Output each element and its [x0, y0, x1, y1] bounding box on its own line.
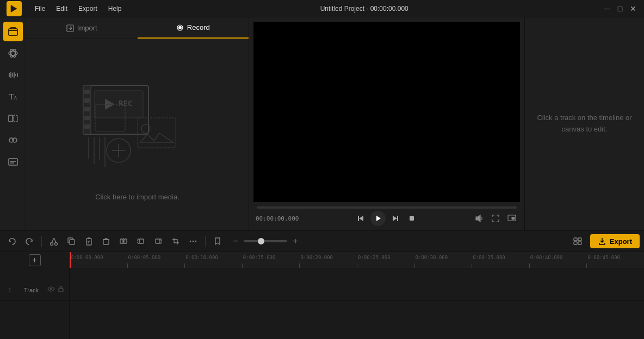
zoom-in-button[interactable]: +: [289, 235, 301, 247]
cut-button[interactable]: [46, 234, 61, 249]
svg-rect-53: [512, 217, 515, 219]
ruler-mark: 0:00:05.000: [127, 263, 128, 268]
timeline-ruler[interactable]: 0:00:00.0000:00:05.0000:00:10.0000:00:15…: [70, 252, 644, 268]
svg-rect-58: [70, 240, 75, 244]
marker-button[interactable]: [210, 234, 225, 249]
svg-rect-45: [358, 216, 359, 221]
storyboard-button[interactable]: [571, 234, 586, 249]
transport-buttons: [354, 211, 418, 226]
preview-canvas[interactable]: [253, 22, 520, 202]
menu-help[interactable]: Help: [104, 4, 126, 14]
track-lock-button[interactable]: [57, 285, 65, 294]
svg-rect-67: [139, 239, 144, 243]
media-import-area[interactable]: REC Click her: [26, 39, 249, 230]
import-graphic: REC: [78, 69, 197, 189]
zoom-out-button[interactable]: −: [230, 235, 242, 247]
svg-marker-47: [376, 216, 381, 221]
sidebar-item-transitions[interactable]: [3, 109, 23, 128]
preview-progress-bar[interactable]: [257, 206, 517, 209]
svg-marker-74: [215, 238, 220, 244]
svg-rect-15: [14, 115, 17, 122]
svg-point-17: [13, 138, 17, 142]
zoom-control: − +: [230, 235, 301, 247]
trim-left-button[interactable]: [133, 234, 148, 249]
tab-record[interactable]: Record: [138, 17, 249, 39]
zoom-slider[interactable]: [244, 240, 287, 242]
sidebar-item-text[interactable]: T A: [3, 87, 23, 106]
svg-rect-76: [578, 238, 581, 241]
redo-button[interactable]: [22, 234, 37, 249]
undo-button[interactable]: [4, 234, 20, 249]
svg-point-23: [178, 26, 182, 29]
add-track-button[interactable]: +: [29, 254, 41, 266]
delete-button[interactable]: [98, 234, 114, 249]
right-controls: [473, 212, 518, 224]
toolbar-right: Export: [571, 234, 640, 249]
sidebar-item-audio[interactable]: [3, 65, 23, 85]
menu-bar: File Edit Export Help: [30, 4, 126, 14]
time-display: 00:00:00.000: [256, 215, 299, 222]
minimize-button[interactable]: ─: [603, 4, 611, 13]
export-button[interactable]: Export: [590, 234, 640, 248]
sidebar-item-media[interactable]: [3, 22, 23, 41]
track-row-1[interactable]: [70, 279, 644, 301]
skip-forward-button[interactable]: [389, 212, 402, 225]
ruler-mark: 0:00:30.000: [414, 263, 415, 268]
app-logo: [7, 1, 22, 16]
svg-rect-77: [574, 242, 577, 244]
playhead: [70, 252, 71, 268]
svg-rect-48: [397, 216, 398, 221]
svg-marker-51: [476, 215, 480, 222]
track-icons: [47, 285, 65, 294]
svg-rect-50: [410, 216, 414, 221]
paste-button[interactable]: [81, 234, 96, 249]
fullscreen-button[interactable]: [490, 212, 501, 224]
zoom-handle: [258, 238, 264, 244]
close-button[interactable]: ✕: [629, 4, 637, 13]
ruler-mark: 0:00:35.000: [472, 263, 472, 268]
ruler-mark: 0:00:10.000: [184, 263, 185, 268]
split-button[interactable]: [116, 234, 131, 249]
svg-point-71: [190, 241, 191, 242]
sidebar-item-subtitles[interactable]: [3, 152, 23, 172]
menu-file[interactable]: File: [30, 4, 49, 14]
pip-button[interactable]: [506, 212, 518, 224]
skip-back-button[interactable]: [354, 212, 367, 225]
copy-button[interactable]: [64, 234, 79, 249]
ruler-mark: 0:00:25.000: [357, 263, 357, 268]
maximize-button[interactable]: □: [616, 4, 624, 13]
track-content: [70, 268, 644, 339]
toolbar: − + Export: [0, 230, 644, 252]
toolbar-separator-1: [41, 236, 42, 247]
svg-rect-14: [9, 115, 13, 122]
svg-marker-46: [359, 216, 363, 221]
trim-right-button[interactable]: [151, 234, 166, 249]
play-button[interactable]: [370, 211, 386, 226]
media-panel: Import Record: [26, 17, 249, 230]
timeline-header: + 0:00:00.0000:00:05.0000:00:10.0000:00:…: [0, 252, 644, 268]
ruler-mark: 0:00:40.000: [529, 263, 530, 268]
svg-rect-78: [578, 242, 581, 244]
sidebar-item-effects[interactable]: [3, 43, 23, 63]
volume-button[interactable]: [473, 212, 485, 224]
svg-rect-75: [574, 238, 577, 241]
track-content-empty: [70, 268, 644, 279]
sidebar-item-filters[interactable]: [3, 130, 23, 150]
properties-hint: Click a track on the timeline or canvas …: [536, 112, 633, 135]
stop-button[interactable]: [405, 212, 418, 225]
main-layout: T A: [0, 17, 644, 230]
window-title: Untitled Project - 00:00:00.000: [320, 5, 408, 12]
ruler-mark: 0:00:15.000: [242, 263, 243, 268]
more-tools-button[interactable]: [185, 234, 201, 249]
svg-rect-65: [124, 239, 127, 243]
menu-edit[interactable]: Edit: [52, 4, 72, 14]
panel-tabs: Import Record: [26, 17, 249, 39]
svg-rect-2: [9, 29, 17, 35]
track-visibility-button[interactable]: [47, 285, 55, 294]
crop-button[interactable]: [168, 234, 183, 249]
title-bar-left: File Edit Export Help: [7, 1, 126, 16]
ruler-mark: 0:00:45.000: [586, 263, 587, 268]
menu-export[interactable]: Export: [74, 4, 102, 14]
tab-import[interactable]: Import: [26, 17, 138, 39]
svg-rect-27: [84, 98, 90, 103]
